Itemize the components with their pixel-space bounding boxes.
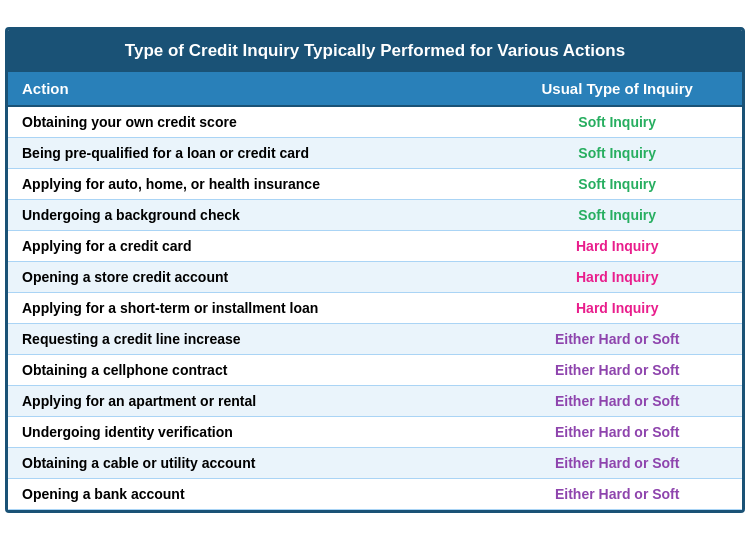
action-cell: Opening a store credit account (8, 262, 492, 293)
table-row: Obtaining your own credit scoreSoft Inqu… (8, 106, 742, 138)
action-cell: Obtaining your own credit score (8, 106, 492, 138)
table-row: Requesting a credit line increaseEither … (8, 324, 742, 355)
table-row: Obtaining a cable or utility accountEith… (8, 448, 742, 479)
column-header-inquiry: Usual Type of Inquiry (492, 72, 742, 106)
table-row: Applying for a short-term or installment… (8, 293, 742, 324)
table-row: Applying for a credit cardHard Inquiry (8, 231, 742, 262)
table-row: Being pre-qualified for a loan or credit… (8, 138, 742, 169)
table-row: Opening a bank accountEither Hard or Sof… (8, 479, 742, 510)
table-row: Undergoing identity verificationEither H… (8, 417, 742, 448)
inquiry-cell: Soft Inquiry (492, 138, 742, 169)
action-cell: Undergoing a background check (8, 200, 492, 231)
inquiry-cell: Either Hard or Soft (492, 479, 742, 510)
action-cell: Applying for an apartment or rental (8, 386, 492, 417)
table-title: Type of Credit Inquiry Typically Perform… (8, 30, 742, 72)
inquiry-cell: Either Hard or Soft (492, 355, 742, 386)
column-header-action: Action (8, 72, 492, 106)
action-cell: Opening a bank account (8, 479, 492, 510)
action-cell: Obtaining a cable or utility account (8, 448, 492, 479)
action-cell: Applying for a short-term or installment… (8, 293, 492, 324)
inquiry-cell: Soft Inquiry (492, 200, 742, 231)
action-cell: Being pre-qualified for a loan or credit… (8, 138, 492, 169)
table-row: Obtaining a cellphone contractEither Har… (8, 355, 742, 386)
inquiry-cell: Either Hard or Soft (492, 386, 742, 417)
action-cell: Undergoing identity verification (8, 417, 492, 448)
action-cell: Applying for a credit card (8, 231, 492, 262)
inquiry-cell: Hard Inquiry (492, 231, 742, 262)
inquiry-cell: Either Hard or Soft (492, 448, 742, 479)
action-cell: Requesting a credit line increase (8, 324, 492, 355)
action-cell: Applying for auto, home, or health insur… (8, 169, 492, 200)
inquiry-cell: Either Hard or Soft (492, 417, 742, 448)
table-row: Applying for an apartment or rentalEithe… (8, 386, 742, 417)
inquiry-cell: Soft Inquiry (492, 169, 742, 200)
inquiry-cell: Either Hard or Soft (492, 324, 742, 355)
table-row: Undergoing a background checkSoft Inquir… (8, 200, 742, 231)
inquiry-cell: Hard Inquiry (492, 293, 742, 324)
table-row: Applying for auto, home, or health insur… (8, 169, 742, 200)
action-cell: Obtaining a cellphone contract (8, 355, 492, 386)
table-row: Opening a store credit accountHard Inqui… (8, 262, 742, 293)
inquiry-cell: Hard Inquiry (492, 262, 742, 293)
inquiry-cell: Soft Inquiry (492, 106, 742, 138)
credit-inquiry-table: Type of Credit Inquiry Typically Perform… (5, 27, 745, 513)
